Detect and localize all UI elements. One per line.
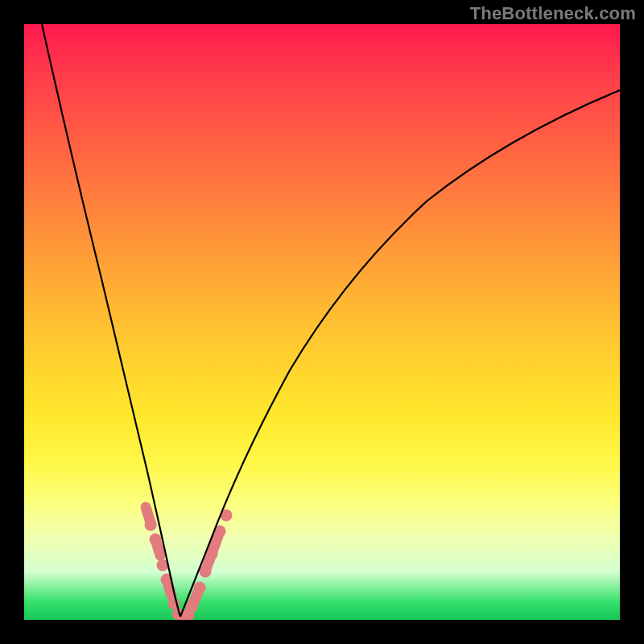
plot-area [24, 24, 620, 620]
highlight-seg [192, 592, 198, 607]
highlighted-region [145, 507, 233, 620]
curve-left [42, 24, 180, 617]
chart-svg [24, 24, 620, 620]
curve-right [180, 90, 620, 617]
highlight-dot [194, 582, 206, 594]
highlight-seg [167, 580, 171, 596]
watermark-text: TheBottleneck.com [470, 3, 636, 24]
highlight-dot [145, 519, 157, 531]
chart-stage: TheBottleneck.com [0, 0, 644, 644]
highlight-seg [155, 539, 160, 555]
